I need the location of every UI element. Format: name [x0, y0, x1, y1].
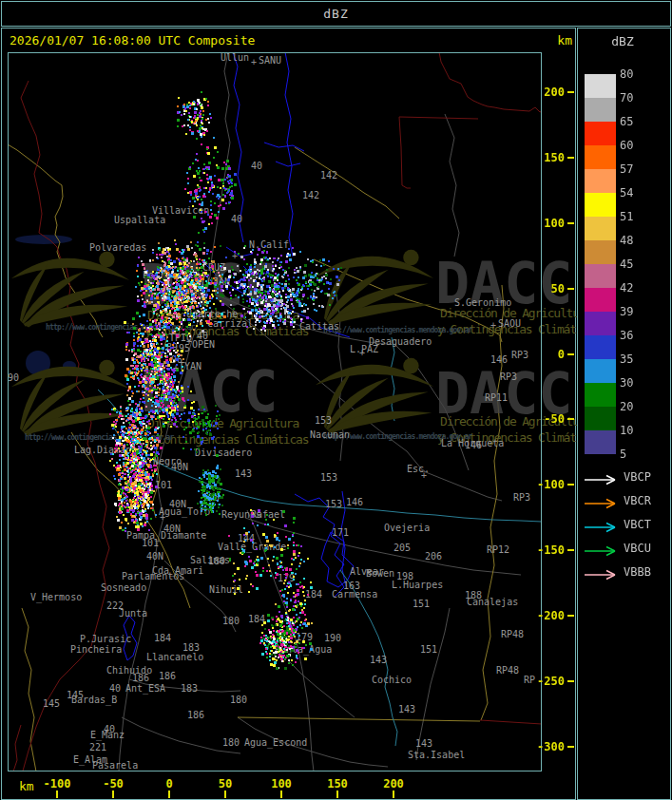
svg-text:http://www.contingencias.mendo: http://www.contingencias.mendoza.gov.ar — [46, 322, 196, 332]
radar-site-label: VBCU — [624, 543, 651, 554]
timestamp-text: 2026/01/07 16:08:00 UTC Composite — [10, 33, 255, 48]
legend-value-label: 35 — [620, 353, 652, 365]
legend-swatch — [585, 240, 616, 264]
x-tick-label: -50 — [92, 778, 134, 790]
legend-swatch — [585, 217, 616, 240]
department-borders-tan — [8, 144, 504, 771]
y-tick-mark — [567, 680, 574, 682]
x-tick-label: 0 — [148, 778, 190, 790]
legend-value-label: 65 — [620, 116, 652, 127]
rivers-blue — [124, 52, 354, 660]
legend-swatch — [585, 122, 616, 145]
radar-arrow-icon — [583, 543, 624, 554]
legend-value-label: 70 — [620, 92, 652, 104]
legend-swatch — [585, 359, 616, 383]
y-tick-mark — [567, 484, 574, 486]
y-tick-label: -50 — [535, 413, 565, 425]
legend-swatch — [585, 264, 616, 288]
x-tick-label: 100 — [260, 778, 302, 790]
y-tick-mark — [567, 91, 574, 93]
x-tick-mark — [224, 790, 226, 798]
radar-site-label: VBCT — [624, 519, 651, 530]
legend-value-label: 36 — [620, 330, 652, 341]
legend-value-label: 5 — [620, 448, 652, 460]
title-bar: dBZ — [1, 1, 671, 27]
y-tick-mark — [567, 353, 574, 355]
legend-swatch — [585, 98, 616, 122]
page-title: dBZ — [2, 2, 670, 26]
legend-title: dBZ — [599, 34, 646, 48]
legend-value-label: 48 — [620, 235, 652, 246]
svg-text:http://www.contingencias.mendo: http://www.contingencias.mendoza.gov.ar — [25, 432, 175, 442]
legend-value-label: 45 — [620, 258, 652, 270]
legend-value-label: 42 — [620, 282, 652, 294]
radar-map-area: DACC DACC DACC DACC Dirección de Agricul… — [8, 52, 577, 771]
legend-value-label: 10 — [620, 425, 652, 436]
legend-swatch — [585, 407, 616, 430]
legend-swatch — [585, 430, 616, 454]
radar-app-window: dBZ 2026/01/07 16:08:00 UTC Composite km… — [0, 0, 672, 800]
map-vector-layer: DACC DACC DACC DACC Dirección de Agricul… — [8, 52, 577, 771]
dacc-watermark: DACC DACC DACC DACC Dirección de Agricul… — [11, 250, 577, 447]
x-tick-label: 200 — [373, 778, 414, 790]
legend-value-label: 60 — [620, 140, 652, 151]
legend-swatch — [585, 193, 616, 217]
x-axis-unit: km — [19, 779, 34, 793]
y-tick-label: 50 — [535, 283, 565, 295]
y-tick-mark — [567, 288, 574, 290]
legend-value-label: 57 — [620, 163, 652, 175]
x-tick-mark — [56, 790, 58, 798]
y-tick-mark — [567, 615, 574, 617]
y-tick-mark — [567, 418, 574, 420]
legend-swatch — [585, 288, 616, 312]
legend-swatch — [585, 312, 616, 335]
svg-text:http://www.contingencias.mendo: http://www.contingencias.mendoza.gov.ar — [323, 325, 473, 334]
x-tick-label: 50 — [204, 778, 246, 790]
legend-swatch — [585, 145, 616, 169]
y-tick-mark — [567, 549, 574, 551]
y-tick-label: 0 — [535, 349, 565, 360]
legend-swatch — [585, 74, 616, 98]
y-tick-mark — [567, 157, 574, 159]
legend-value-label: 20 — [620, 401, 652, 412]
legend-value-label: 30 — [620, 377, 652, 389]
y-tick-mark — [567, 746, 574, 748]
radar-arrow-icon — [583, 519, 624, 530]
svg-text:Dirección de Agricultura: Dirección de Agricultura — [147, 308, 298, 322]
svg-text:http://www.contingencias.mendo: http://www.contingencias.mendoza.gov.ar — [323, 431, 473, 441]
x-tick-mark — [112, 790, 114, 798]
x-tick-mark — [168, 790, 170, 798]
radar-arrow-icon — [583, 495, 624, 506]
y-tick-label: -100 — [535, 479, 565, 490]
radar-site-label: VBCP — [624, 471, 651, 483]
legend-swatch — [585, 335, 616, 359]
radar-site-label: VBCR — [624, 495, 651, 506]
legend-swatch — [585, 169, 616, 193]
x-tick-mark — [280, 790, 282, 798]
x-tick-label: 150 — [317, 778, 358, 790]
radar-arrow-icon — [583, 471, 624, 483]
svg-text:DACC: DACC — [141, 358, 278, 425]
svg-text:Dirección de Agricultura: Dirección de Agricultura — [440, 306, 577, 320]
svg-text:Dirección de Agricultura: Dirección de Agricultura — [147, 416, 298, 430]
y-tick-mark — [567, 222, 574, 224]
legend-value-label: 54 — [620, 187, 652, 199]
radar-arrow-icon — [583, 566, 624, 578]
y-tick-label: 100 — [535, 218, 565, 229]
y-tick-label: -300 — [535, 741, 565, 752]
radar-site-label: VBBB — [624, 566, 651, 578]
y-tick-label: 200 — [535, 86, 565, 98]
legend-value-label: 39 — [620, 306, 652, 317]
legend-value-label: 80 — [620, 68, 652, 80]
y-tick-label: -200 — [535, 610, 565, 621]
x-tick-mark — [336, 790, 338, 798]
legend-value-label: 51 — [620, 211, 652, 222]
y-tick-label: 150 — [535, 152, 565, 163]
x-tick-label: -100 — [36, 778, 78, 790]
x-tick-mark — [393, 790, 394, 798]
legend-swatch — [585, 383, 616, 407]
y-axis-unit: km — [549, 33, 572, 48]
y-tick-label: -250 — [535, 676, 565, 687]
y-tick-label: -150 — [535, 544, 565, 556]
